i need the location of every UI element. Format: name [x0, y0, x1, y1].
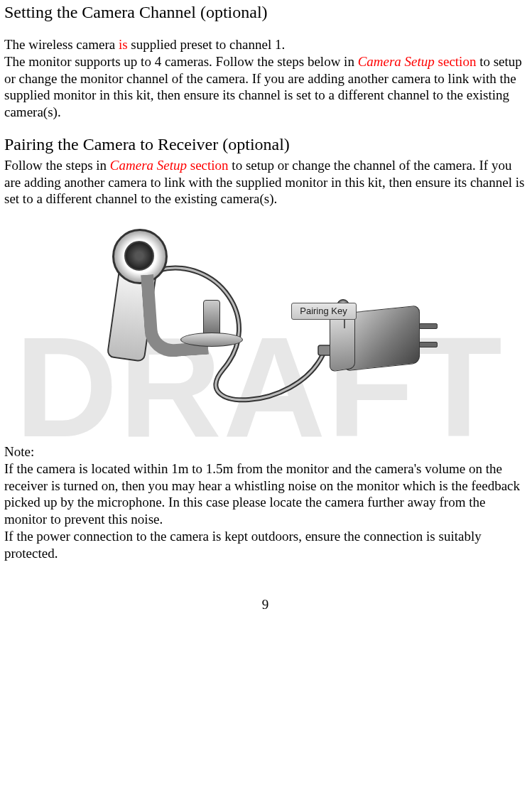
- link-camera-setup-2: Camera Setup: [110, 158, 187, 173]
- heading-camera-channel: Setting the Camera Channel (optional): [4, 3, 526, 22]
- text-red-section-2: section: [187, 158, 229, 173]
- camera-illustration: [109, 226, 251, 350]
- note-title: Note:: [4, 443, 526, 460]
- paragraph-monitor-supports: The monitor supports up to 4 cameras. Fo…: [4, 53, 526, 121]
- text-red-section: section: [435, 54, 477, 69]
- text: The wireless camera: [4, 37, 119, 52]
- text: Follow the steps in: [4, 158, 110, 173]
- figure-pairing-key: Pairing Key: [4, 220, 526, 426]
- note-paragraph-2: If the power connection to the camera is…: [4, 528, 526, 562]
- paragraph-follow-steps: Follow the steps in Camera Setup section…: [4, 157, 526, 207]
- note-paragraph-1: If the camera is located within 1m to 1.…: [4, 460, 526, 528]
- link-camera-setup: Camera Setup: [358, 54, 435, 69]
- label-pairing-key: Pairing Key: [291, 303, 357, 320]
- text: supplied preset to channel 1.: [128, 37, 286, 52]
- heading-pairing: Pairing the Camera to Receiver (optional…: [4, 135, 526, 154]
- page-number: 9: [4, 597, 526, 620]
- text: The monitor supports up to 4 cameras. Fo…: [4, 54, 358, 69]
- text-red-is: is: [119, 37, 128, 52]
- paragraph-preset: The wireless camera is supplied preset t…: [4, 36, 526, 53]
- label-leader-line: [344, 320, 345, 328]
